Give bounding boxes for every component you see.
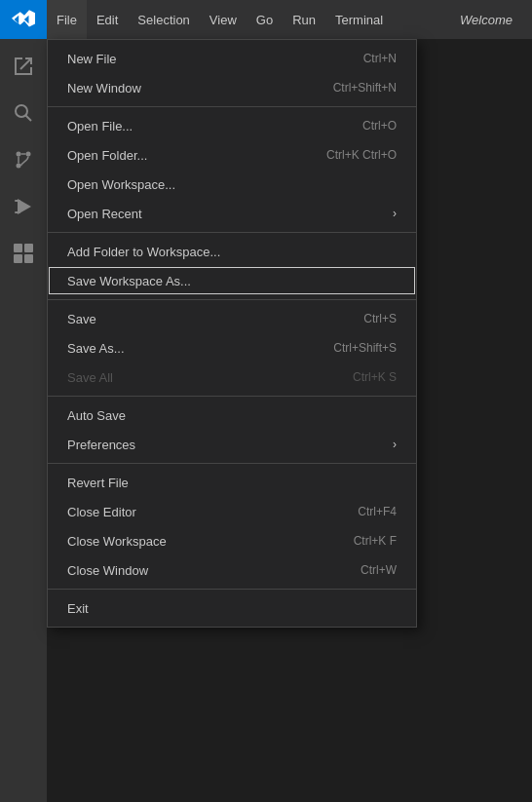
- menu-item-label-5-1: Close Editor: [67, 505, 338, 519]
- menu-item-arrow-1-3: ›: [393, 207, 397, 220]
- menu-item-0-0[interactable]: New FileCtrl+N: [48, 44, 416, 73]
- search-icon[interactable]: [4, 94, 43, 133]
- menu-item-shortcut-3-1: Ctrl+Shift+S: [333, 341, 397, 355]
- svg-rect-6: [15, 211, 20, 213]
- menu-item-label-4-1: Preferences: [67, 438, 385, 452]
- menu-item-shortcut-5-2: Ctrl+K F: [354, 534, 397, 548]
- menu-item-3-1[interactable]: Save As...Ctrl+Shift+S: [48, 333, 416, 363]
- source-control-icon[interactable]: [4, 140, 43, 179]
- svg-rect-7: [15, 200, 20, 202]
- run-debug-icon[interactable]: [4, 187, 43, 226]
- menu-item-1-1[interactable]: Open Folder...Ctrl+K Ctrl+O: [48, 140, 416, 170]
- menu-item-label-2-0: Add Folder to Workspace...: [67, 245, 397, 259]
- explorer-icon[interactable]: [4, 47, 43, 86]
- menu-item-4-0[interactable]: Auto Save: [48, 401, 416, 430]
- menu-item-shortcut-5-1: Ctrl+F4: [358, 505, 397, 518]
- menu-section-5: Revert FileClose EditorCtrl+F4Close Work…: [48, 464, 416, 590]
- menu-terminal[interactable]: Terminal: [325, 0, 393, 39]
- menu-go[interactable]: Go: [247, 0, 283, 39]
- menu-item-5-1[interactable]: Close EditorCtrl+F4: [48, 497, 416, 526]
- welcome-text: Welcome: [460, 13, 513, 27]
- menu-section-0: New FileCtrl+NNew WindowCtrl+Shift+N: [48, 40, 416, 107]
- menu-item-3-0[interactable]: SaveCtrl+S: [48, 304, 416, 333]
- menu-item-1-2[interactable]: Open Workspace...: [48, 170, 416, 199]
- menu-item-1-0[interactable]: Open File...Ctrl+O: [48, 111, 416, 140]
- svg-point-2: [17, 152, 21, 157]
- svg-point-3: [26, 152, 31, 157]
- menu-item-label-3-0: Save: [67, 312, 344, 326]
- svg-rect-9: [24, 244, 33, 252]
- menu-item-label-5-2: Close Workspace: [67, 534, 334, 549]
- svg-rect-8: [14, 244, 22, 252]
- activity-bar: [0, 39, 47, 802]
- menu-section-4: Auto SavePreferences›: [48, 397, 416, 464]
- menu-item-label-3-1: Save As...: [67, 341, 314, 356]
- menu-item-5-3[interactable]: Close WindowCtrl+W: [48, 555, 416, 585]
- menu-item-label-3-2: Save All: [67, 370, 333, 385]
- file-dropdown-menu: New FileCtrl+NNew WindowCtrl+Shift+NOpen…: [47, 39, 417, 628]
- menu-item-shortcut-3-0: Ctrl+S: [363, 312, 397, 325]
- extensions-icon[interactable]: [4, 234, 43, 273]
- menu-item-1-3[interactable]: Open Recent›: [48, 199, 416, 228]
- menu-item-6-0[interactable]: Exit: [48, 593, 416, 623]
- menu-item-4-1[interactable]: Preferences›: [48, 430, 416, 459]
- menu-item-3-2: Save AllCtrl+K S: [48, 363, 416, 392]
- menu-item-label-1-3: Open Recent: [67, 207, 385, 221]
- menu-selection[interactable]: Selection: [128, 0, 199, 39]
- svg-point-4: [17, 164, 21, 169]
- menu-item-shortcut-5-3: Ctrl+W: [361, 563, 397, 577]
- menu-item-label-0-0: New File: [67, 52, 344, 66]
- menu-item-label-1-2: Open Workspace...: [67, 177, 397, 192]
- menu-item-shortcut-1-0: Ctrl+O: [362, 119, 397, 133]
- menu-item-0-1[interactable]: New WindowCtrl+Shift+N: [48, 73, 416, 102]
- menu-run[interactable]: Run: [283, 0, 325, 39]
- menu-item-shortcut-1-1: Ctrl+K Ctrl+O: [326, 148, 397, 162]
- menu-item-label-0-1: New Window: [67, 81, 314, 95]
- svg-line-1: [26, 116, 32, 122]
- menu-edit[interactable]: Edit: [87, 0, 128, 39]
- menu-item-5-0[interactable]: Revert File: [48, 468, 416, 497]
- menu-item-shortcut-3-2: Ctrl+K S: [353, 370, 397, 384]
- menu-item-shortcut-0-0: Ctrl+N: [363, 52, 397, 65]
- menu-item-label-2-1: Save Workspace As...: [67, 274, 397, 288]
- menu-item-label-4-0: Auto Save: [67, 408, 397, 423]
- menu-item-2-1[interactable]: Save Workspace As...: [48, 266, 416, 295]
- menu-section-1: Open File...Ctrl+OOpen Folder...Ctrl+K C…: [48, 107, 416, 233]
- menu-section-2: Add Folder to Workspace...Save Workspace…: [48, 233, 416, 300]
- menu-items: File Edit Selection View Go Run Terminal: [47, 0, 393, 39]
- menu-file[interactable]: File: [47, 0, 87, 39]
- vscode-logo: [0, 0, 47, 39]
- menu-item-2-0[interactable]: Add Folder to Workspace...: [48, 237, 416, 266]
- svg-point-0: [16, 105, 27, 117]
- menu-item-arrow-4-1: ›: [393, 438, 397, 451]
- menu-item-label-1-1: Open Folder...: [67, 148, 307, 163]
- menu-item-label-5-0: Revert File: [67, 476, 397, 490]
- menu-item-shortcut-0-1: Ctrl+Shift+N: [333, 81, 397, 95]
- svg-rect-11: [24, 254, 33, 263]
- menu-item-label-1-0: Open File...: [67, 119, 343, 134]
- svg-rect-10: [14, 254, 22, 263]
- menu-item-label-5-3: Close Window: [67, 563, 341, 578]
- menu-section-6: Exit: [48, 590, 416, 627]
- menu-bar: File Edit Selection View Go Run Terminal…: [0, 0, 532, 39]
- menu-section-3: SaveCtrl+SSave As...Ctrl+Shift+SSave All…: [48, 300, 416, 397]
- menu-item-5-2[interactable]: Close WorkspaceCtrl+K F: [48, 526, 416, 555]
- menu-item-label-6-0: Exit: [67, 601, 397, 616]
- menu-view[interactable]: View: [200, 0, 247, 39]
